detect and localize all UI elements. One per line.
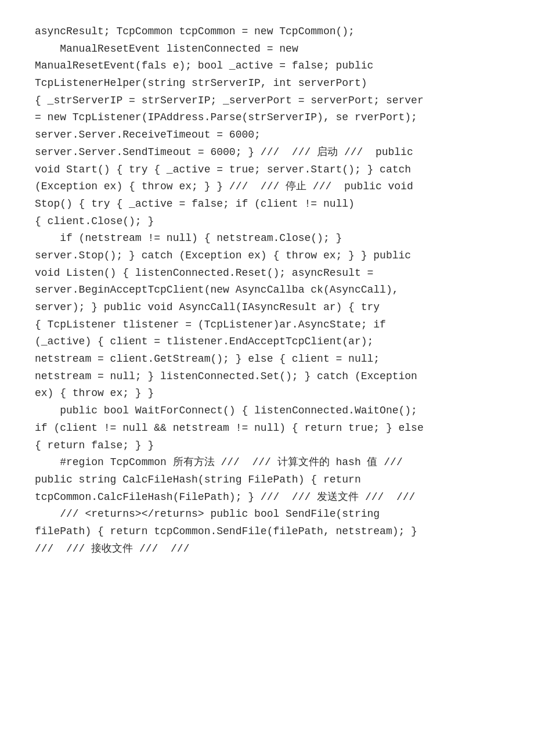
code-content: asyncResult; TcpCommon tcpCommon = new T…	[35, 23, 499, 557]
